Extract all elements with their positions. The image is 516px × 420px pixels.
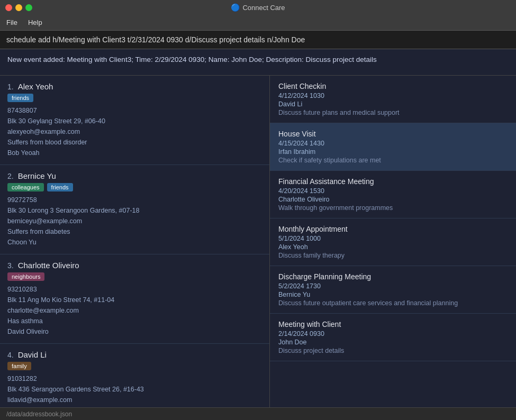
tags-row: friends <box>7 94 262 102</box>
contact-card: 2. Bernice Yu colleaguesfriends 99272758… <box>0 165 269 254</box>
contact-card: 1. Alex Yeoh friends 87438807 Blk 30 Gey… <box>0 76 269 165</box>
contact-condition: Suffers from blood disorder <box>7 137 262 148</box>
contact-header: 2. Bernice Yu <box>7 171 262 180</box>
contact-details: 93210283 Blk 11 Ang Mo Kio Street 74, #1… <box>7 284 262 337</box>
event-date: 4/12/2024 1030 <box>278 92 508 99</box>
contact-number: 2. <box>7 172 14 180</box>
event-card: House Visit 4/15/2024 1430 Irfan Ibrahim… <box>270 123 516 171</box>
event-person-name: Bernice Yu <box>278 291 508 298</box>
contact-condition: Suffers from diabetes <box>7 226 262 237</box>
contact-name: Charlotte Oliveiro <box>18 261 79 270</box>
output-area: New event added: Meeting with Client3; T… <box>0 49 516 76</box>
event-description: Check if safety stipulations are met <box>278 157 508 164</box>
contact-header: 1. Alex Yeoh <box>7 82 262 91</box>
command-area <box>0 31 516 49</box>
contact-condition: Has asthma <box>7 316 262 326</box>
tag-neighbours: neighbours <box>7 272 44 281</box>
contact-details: 99272758 Blk 30 Lorong 3 Serangoon Garde… <box>7 195 262 248</box>
contact-details: 87438807 Blk 30 Geylang Street 29, #06-4… <box>7 105 262 158</box>
tags-row: family <box>7 362 262 370</box>
event-person-name: Charlotte Oliveiro <box>278 196 508 203</box>
tag-family: family <box>7 362 31 370</box>
event-description: Discuss future plans and medical support <box>278 109 508 116</box>
event-title: Financial Assistance Meeting <box>278 177 508 186</box>
main-content: 1. Alex Yeoh friends 87438807 Blk 30 Gey… <box>0 76 516 407</box>
contact-email: alexyeoh@example.com <box>7 126 262 137</box>
event-person-name: Alex Yeoh <box>278 243 508 251</box>
tags-row: colleaguesfriends <box>7 183 262 191</box>
event-title: Client Checkin <box>278 82 508 90</box>
event-person-name: John Doe <box>278 339 508 346</box>
event-card: Meeting with Client 2/14/2024 0930 John … <box>270 314 516 361</box>
event-person-name: Irfan Ibrahim <box>278 148 508 156</box>
event-description: Discuss project details <box>278 347 508 354</box>
contact-phone: 99272758 <box>7 195 262 205</box>
event-card: Discharge Planning Meeting 5/2/2024 1730… <box>270 266 516 314</box>
contacts-panel: 1. Alex Yeoh friends 87438807 Blk 30 Gey… <box>0 76 270 407</box>
contact-number: 1. <box>7 83 14 91</box>
event-date: 5/1/2024 1000 <box>278 235 508 242</box>
status-bar: /data/addressbook.json <box>0 407 516 420</box>
contact-name: David Li <box>18 350 47 359</box>
output-text: New event added: Meeting with Client3; T… <box>7 54 509 65</box>
window-controls[interactable] <box>5 4 32 11</box>
contact-card: 3. Charlotte Oliveiro neighbours 9321028… <box>0 254 269 344</box>
contact-phone: 91031282 <box>7 373 262 384</box>
contact-email: berniceyu@example.com <box>7 216 262 226</box>
contact-header: 4. David Li <box>7 350 262 359</box>
contact-relation: Choon Yu <box>7 237 262 248</box>
contact-phone: 87438807 <box>7 105 262 116</box>
event-date: 2/14/2024 0930 <box>278 330 508 337</box>
contact-address: Blk 30 Geylang Street 29, #06-40 <box>7 116 262 126</box>
event-date: 4/20/2024 1530 <box>278 187 508 195</box>
contact-address: Blk 436 Serangoon Gardens Street 26, #16… <box>7 384 262 395</box>
contact-email: lidavid@example.com <box>7 395 262 405</box>
contact-email: charlotte@example.com <box>7 305 262 316</box>
title-bar: 🔵 Connect Care <box>0 0 516 15</box>
tags-row: neighbours <box>7 272 262 281</box>
contact-name: Bernice Yu <box>18 171 56 180</box>
contact-card: 4. David Li family 91031282 Blk 436 Sera… <box>0 344 269 407</box>
command-input[interactable] <box>6 35 510 44</box>
event-description: Walk through government programmes <box>278 204 508 212</box>
contact-name: Alex Yeoh <box>18 82 53 91</box>
contact-phone: 93210283 <box>7 284 262 295</box>
status-path: /data/addressbook.json <box>6 410 72 418</box>
event-date: 4/15/2024 1430 <box>278 140 508 147</box>
contact-relation: David Oliveiro <box>7 326 262 337</box>
contact-details: 91031282 Blk 436 Serangoon Gardens Stree… <box>7 373 262 407</box>
events-panel: Client Checkin 4/12/2024 1030 David Li D… <box>270 76 516 407</box>
event-description: Discuss future outpatient care services … <box>278 299 508 307</box>
contact-address: Blk 11 Ang Mo Kio Street 74, #11-04 <box>7 295 262 305</box>
tag-friends: friends <box>7 94 33 102</box>
event-title: Meeting with Client <box>278 320 508 328</box>
event-date: 5/2/2024 1730 <box>278 282 508 290</box>
tag-friends: friends <box>47 183 73 191</box>
contact-header: 3. Charlotte Oliveiro <box>7 261 262 270</box>
event-title: House Visit <box>278 130 508 138</box>
event-title: Discharge Planning Meeting <box>278 272 508 281</box>
menu-help[interactable]: Help <box>28 19 42 26</box>
event-card: Monthly Appointment 5/1/2024 1000 Alex Y… <box>270 218 516 266</box>
menu-file[interactable]: File <box>6 19 17 26</box>
event-description: Discuss family therapy <box>278 252 508 259</box>
app-icon: 🔵 <box>231 3 240 12</box>
contact-number: 3. <box>7 261 14 270</box>
contact-address: Blk 30 Lorong 3 Serangoon Gardens, #07-1… <box>7 205 262 216</box>
menu-bar: File Help <box>0 15 516 31</box>
close-button[interactable] <box>5 4 12 11</box>
app-title: 🔵 Connect Care <box>231 3 285 12</box>
contact-number: 4. <box>7 351 14 359</box>
tag-colleagues: colleagues <box>7 183 44 191</box>
minimize-button[interactable] <box>15 4 22 11</box>
event-card: Client Checkin 4/12/2024 1030 David Li D… <box>270 76 516 123</box>
contact-relation: Bob Yeoah <box>7 148 262 158</box>
maximize-button[interactable] <box>25 4 32 11</box>
event-person-name: David Li <box>278 101 508 108</box>
event-card: Financial Assistance Meeting 4/20/2024 1… <box>270 171 516 218</box>
event-title: Monthly Appointment <box>278 225 508 233</box>
